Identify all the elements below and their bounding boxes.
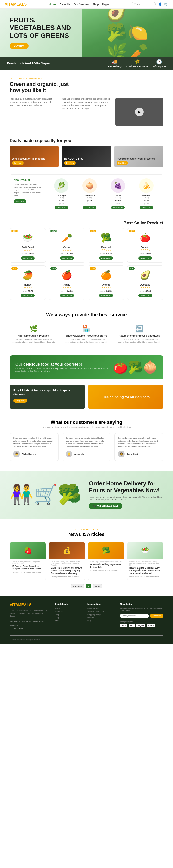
cabbage-add-btn[interactable]: Add to Cart xyxy=(54,206,68,209)
bs-img-apple: 🍎 xyxy=(51,268,82,282)
news-text-2: Lorem ipsum dolor sit amet consectetur. xyxy=(51,576,83,578)
onion-add-btn[interactable]: Add to Cart xyxy=(83,206,96,209)
deal-btn-1[interactable]: Buy Now xyxy=(12,161,24,165)
play-button[interactable]: ▶ xyxy=(135,107,144,116)
intro-video[interactable]: ▶ xyxy=(115,97,164,126)
bs-img-mango: 🥭 xyxy=(12,268,43,282)
footer-info-terms[interactable]: Terms & Conditions xyxy=(88,611,113,613)
hero-buy-button[interactable]: Buy Now xyxy=(9,43,29,49)
bs-add-mango[interactable]: Add to Cart xyxy=(21,294,34,297)
hero-section: FRUITS, Vegetables and LOTS OF GREENS Bu… xyxy=(0,9,173,57)
banana-name: Banana xyxy=(133,194,159,197)
news-title-1: 12 August Berry Smoothie Recipes to Drin… xyxy=(12,565,44,570)
footer-link-faq[interactable]: FAQ xyxy=(55,620,80,622)
footer-link-shop[interactable]: Shop xyxy=(55,614,80,616)
testimonial-name-3: David Smith xyxy=(127,453,139,455)
news-section: NEWS & ARTICLES News & Articles 🍓 12 Aug… xyxy=(0,521,173,596)
deals-grid: 25% discount on all products Buy Now Buy… xyxy=(0,146,173,172)
cabbage-img: 🥬 xyxy=(54,179,69,193)
next-page-btn[interactable]: Next xyxy=(93,584,102,588)
banner-strip-text: Fresh Look And 100% Organic xyxy=(7,62,52,65)
testimonial-text-2: Commodo culpa reprehenderit et mollit cu… xyxy=(66,437,107,448)
news-title-3: Great Help Adding Vegetables to Your Lif… xyxy=(90,563,122,569)
banana-weight: 1.0 kg xyxy=(133,197,159,199)
nav-logo[interactable]: VITAMEALS xyxy=(5,2,27,6)
hero-emoji: 🥑🥦🍋🌿🥕 xyxy=(106,9,148,57)
newsletter-email-input[interactable] xyxy=(120,614,149,618)
page-1-btn[interactable]: 1 xyxy=(86,584,91,588)
cta-button[interactable]: 📞 +62 (21) 2012-3012 xyxy=(89,503,122,509)
nav-home[interactable]: Home xyxy=(49,3,56,6)
farm-icon: 🌾 xyxy=(134,59,140,65)
footer-info-returns[interactable]: Returns xyxy=(88,617,113,619)
bs-add-orange[interactable]: Add to Cart xyxy=(99,294,113,297)
banana-img: 🍌 xyxy=(139,179,153,193)
support-label: 24/7 Support xyxy=(153,65,166,68)
deals-title: Deals made especially for you xyxy=(9,138,71,143)
testimonial-avatar-2: 👱 xyxy=(66,451,72,457)
search-input[interactable] xyxy=(132,2,156,6)
newsletter-subscribe-btn[interactable]: Subscribe xyxy=(150,614,164,618)
footer-logo: VITAMEALS xyxy=(9,603,48,607)
cart-icon[interactable]: 🛒 xyxy=(164,2,168,6)
grape-add-btn[interactable]: Add to Cart xyxy=(111,206,125,209)
footer-quick-list: Home About Us Shop Blog FAQ xyxy=(55,607,80,622)
bs-add-apple[interactable]: Add to Cart xyxy=(60,294,74,297)
footer-link-about[interactable]: About Us xyxy=(55,611,80,613)
footer-phone: +6221-1234-5678 xyxy=(9,627,48,630)
bs-add-avocado[interactable]: Add to Cart xyxy=(139,294,152,297)
bs-add-fruit-salad[interactable]: Add to Cart xyxy=(21,256,34,260)
shipping-left-btn[interactable]: Shop Now xyxy=(14,399,27,403)
news-date-4: How to Eat the Delicious Way Eating Deli… xyxy=(129,561,161,566)
news-card-4: 🥗 How to Eat the Delicious Way Eating De… xyxy=(127,542,164,580)
footer-logo-vita: VITA xyxy=(9,603,18,607)
news-text-4: Lorem ipsum dolor sit amet consectetur. xyxy=(129,576,161,578)
shipping-right-title: Free shipping for all members xyxy=(102,395,150,399)
news-date-1: 12 August Berry Smoothie Recipes to Drin… xyxy=(12,561,44,564)
bs-badge-carrot: NEW xyxy=(50,230,57,232)
bs-broccoli: -20% 🥦 Broccoli ★★★★☆ $5.50 $4.20 Add to… xyxy=(88,228,124,262)
bs-add-carrot[interactable]: Add to Cart xyxy=(60,256,74,260)
bs-price-avocado: $6.00 xyxy=(145,290,151,292)
user-icon[interactable]: 👤 xyxy=(158,2,162,6)
nav-icons: 👤 🛒 xyxy=(158,2,168,6)
nav-shop[interactable]: Shop xyxy=(93,3,99,6)
deal-label-3: Free paper bag for your groceries xyxy=(117,157,155,160)
deal-btn-2[interactable]: Buy Now xyxy=(64,161,76,165)
news-img-2: 💰 xyxy=(49,542,85,559)
footer-payment-title: Accept Payment xyxy=(120,621,164,623)
product-card-grape: 🍇 Grape 1.0 kg $7.00 $8.00 Add to Cart xyxy=(105,179,131,209)
onion-name: Gold Onion xyxy=(77,194,103,197)
footer-link-blog[interactable]: Blog xyxy=(55,617,80,619)
footer-address: 24 Columbia Drive No.73, Jakarta 12345, … xyxy=(9,620,48,627)
footer-newsletter: Newsletter Subscribe to our newsletter t… xyxy=(120,603,164,630)
footer-link-home[interactable]: Home xyxy=(55,607,80,610)
cta-section: 👫🛒🥦 Order Home Delivery for Fruits or Ve… xyxy=(0,470,173,519)
grape-old-price: $8.00 xyxy=(105,203,131,205)
returns-icon: ↩️ xyxy=(118,324,161,333)
prev-page-btn[interactable]: Previous xyxy=(71,584,84,588)
bs-add-tomato[interactable]: Add to Cart xyxy=(139,256,152,260)
promo-banner-fruits: 🍅🥦🧅 xyxy=(113,360,157,374)
testimonial-name-1: Philip Barnes xyxy=(22,453,36,455)
deal-btn-3[interactable]: Buy Now xyxy=(117,161,128,165)
new-product-btn[interactable]: Buy Now xyxy=(14,199,26,204)
nav-services[interactable]: Our Services xyxy=(74,3,89,6)
bs-add-broccoli[interactable]: Add to Cart xyxy=(99,256,113,260)
footer: VITAMEALS Phasellus nulla auctor accumsa… xyxy=(0,596,173,645)
bs-stars-avocado: ★★★★★ xyxy=(130,286,161,288)
intro-text-2: Sed ut perspiciatis unde omnis iste natu… xyxy=(63,97,110,126)
footer-info-privacy[interactable]: Privacy Policy xyxy=(88,607,113,610)
nav-about[interactable]: About Us xyxy=(59,3,70,6)
nav-pages[interactable]: Pages xyxy=(102,3,109,6)
testimonial-avatar-1: 👨 xyxy=(13,451,20,457)
banana-add-btn[interactable]: Add to Cart xyxy=(140,206,153,209)
footer-info-shipping[interactable]: Shipping Policy xyxy=(88,614,113,616)
grape-name: Grape xyxy=(105,194,131,197)
news-pagination: Previous 1 Next xyxy=(9,584,164,588)
bs-old-avocado: $7.50 xyxy=(140,290,144,292)
cabbage-price: $5.00 xyxy=(48,199,74,202)
new-products-grid: 🥬 Cabbage 1.0 kg $5.00 $6.00 Add to Cart… xyxy=(48,179,159,209)
bs-name-orange: Orange xyxy=(91,283,122,286)
footer-info-faq[interactable]: FAQ xyxy=(88,620,113,622)
